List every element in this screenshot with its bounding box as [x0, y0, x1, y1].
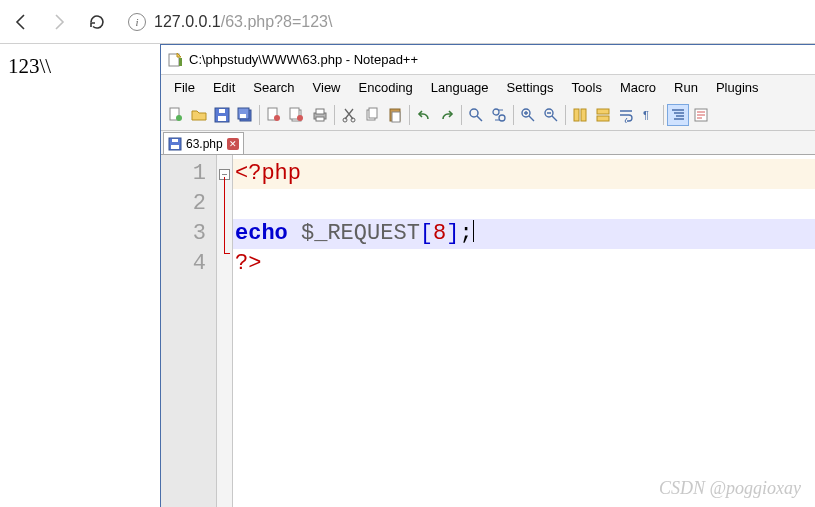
notepadpp-app-icon [167, 52, 183, 68]
menu-tools[interactable]: Tools [563, 78, 611, 97]
line-number: 3 [161, 219, 216, 249]
paste-button[interactable] [384, 104, 406, 126]
svg-point-11 [274, 115, 280, 121]
fold-column[interactable] [217, 155, 233, 507]
svg-point-3 [176, 115, 182, 121]
code-line[interactable]: <?php [233, 159, 815, 189]
redo-button[interactable] [436, 104, 458, 126]
zoom-out-button[interactable] [540, 104, 562, 126]
svg-rect-23 [392, 112, 400, 122]
reload-button[interactable] [84, 9, 110, 35]
code-editor[interactable]: 1234 <?phpecho $_REQUEST[8];?> [161, 155, 815, 507]
svg-point-25 [493, 109, 499, 115]
sync-v-button[interactable] [569, 104, 591, 126]
toolbar: ¶ [161, 99, 815, 131]
file-tab[interactable]: 63.php ✕ [163, 132, 244, 154]
line-number: 4 [161, 249, 216, 279]
forward-button[interactable] [46, 9, 72, 35]
indent-guide-button[interactable] [667, 104, 689, 126]
wrap-button[interactable] [615, 104, 637, 126]
print-button[interactable] [309, 104, 331, 126]
text-cursor [473, 220, 474, 242]
svg-rect-37 [172, 139, 178, 142]
udl-button[interactable] [690, 104, 712, 126]
svg-rect-5 [218, 116, 226, 121]
menu-view[interactable]: View [304, 78, 350, 97]
undo-button[interactable] [413, 104, 435, 126]
save-all-button[interactable] [234, 104, 256, 126]
svg-rect-32 [597, 116, 609, 121]
open-file-button[interactable] [188, 104, 210, 126]
svg-text:¶: ¶ [643, 109, 649, 121]
copy-button[interactable] [361, 104, 383, 126]
tab-strip: 63.php ✕ [161, 131, 815, 155]
url-host: 127.0.0.1 [154, 13, 221, 30]
svg-rect-6 [219, 109, 225, 113]
svg-point-14 [297, 115, 303, 121]
url-text: 127.0.0.1/63.php?8=123\ [154, 13, 332, 31]
svg-point-24 [470, 109, 478, 117]
menu-edit[interactable]: Edit [204, 78, 244, 97]
menu-language[interactable]: Language [422, 78, 498, 97]
menu-bar: FileEditSearchViewEncodingLanguageSettin… [161, 75, 815, 99]
saved-icon [168, 137, 182, 151]
svg-rect-9 [240, 114, 246, 118]
menu-run[interactable]: Run [665, 78, 707, 97]
zoom-in-button[interactable] [517, 104, 539, 126]
menu-file[interactable]: File [165, 78, 204, 97]
svg-rect-31 [597, 109, 609, 114]
browser-toolbar: i 127.0.0.1/63.php?8=123\ [0, 0, 815, 44]
replace-button[interactable] [488, 104, 510, 126]
line-number: 1 [161, 159, 216, 189]
menu-search[interactable]: Search [244, 78, 303, 97]
close-all-button[interactable] [286, 104, 308, 126]
menu-plugins[interactable]: Plugins [707, 78, 768, 97]
svg-rect-21 [369, 108, 377, 118]
code-line[interactable]: ?> [233, 249, 815, 279]
notepadpp-window: C:\phpstudy\WWW\63.php - Notepad++ FileE… [160, 44, 815, 507]
code-line[interactable] [233, 189, 815, 219]
svg-rect-16 [316, 109, 324, 114]
window-title: C:\phpstudy\WWW\63.php - Notepad++ [189, 52, 418, 67]
code-line[interactable]: echo $_REQUEST[8]; [233, 219, 815, 249]
svg-rect-29 [574, 109, 579, 121]
page-output: 123\\ [0, 44, 160, 507]
tab-filename: 63.php [186, 137, 223, 151]
svg-rect-36 [171, 145, 179, 149]
show-all-chars-button[interactable]: ¶ [638, 104, 660, 126]
code-area[interactable]: <?phpecho $_REQUEST[8];?> [233, 155, 815, 507]
back-button[interactable] [8, 9, 34, 35]
menu-settings[interactable]: Settings [498, 78, 563, 97]
svg-point-26 [499, 115, 505, 121]
cut-button[interactable] [338, 104, 360, 126]
menu-macro[interactable]: Macro [611, 78, 665, 97]
line-number-gutter: 1234 [161, 155, 217, 507]
save-button[interactable] [211, 104, 233, 126]
tab-close-button[interactable]: ✕ [227, 138, 239, 150]
menu-encoding[interactable]: Encoding [350, 78, 422, 97]
find-button[interactable] [465, 104, 487, 126]
svg-rect-30 [581, 109, 586, 121]
window-titlebar[interactable]: C:\phpstudy\WWW\63.php - Notepad++ [161, 45, 815, 75]
new-file-button[interactable] [165, 104, 187, 126]
address-bar[interactable]: i 127.0.0.1/63.php?8=123\ [122, 13, 807, 31]
site-info-icon[interactable]: i [128, 13, 146, 31]
url-path: /63.php?8=123\ [221, 13, 333, 30]
svg-rect-1 [179, 58, 182, 66]
close-file-button[interactable] [263, 104, 285, 126]
sync-h-button[interactable] [592, 104, 614, 126]
svg-rect-17 [316, 117, 324, 121]
line-number: 2 [161, 189, 216, 219]
